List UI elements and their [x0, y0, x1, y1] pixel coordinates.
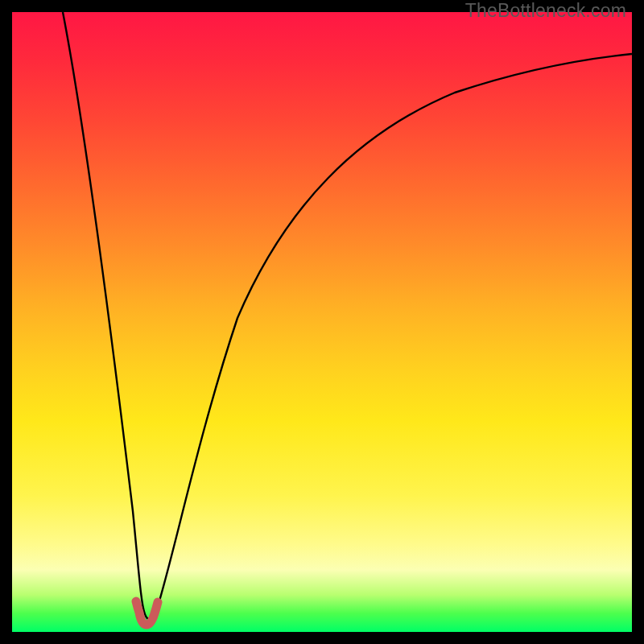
watermark-text: TheBottleneck.com: [465, 0, 626, 22]
plot-area: [12, 12, 632, 632]
minimum-highlight-icon: [136, 601, 158, 625]
chart-frame: TheBottleneck.com: [0, 0, 644, 644]
curve-path: [63, 12, 632, 619]
bottleneck-curve: [12, 12, 632, 632]
